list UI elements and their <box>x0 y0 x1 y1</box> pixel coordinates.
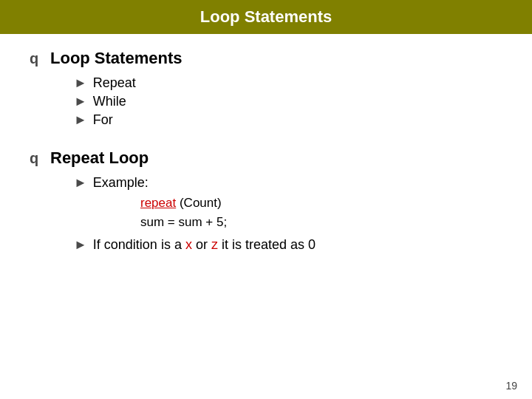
code-line-2: sum = sum + 5; <box>140 213 502 232</box>
code-line-1: repeat (Count) <box>140 194 502 213</box>
code-block: repeat (Count) sum = sum + 5; <box>74 194 502 231</box>
section-repeat-loop: q Repeat Loop ► Example: repeat (Count) … <box>30 149 502 253</box>
item-while: While <box>93 94 126 109</box>
sub-items-1: ► Repeat ► While ► For <box>30 75 502 128</box>
keyword-z: z <box>211 237 218 252</box>
section-loop-statements: q Loop Statements ► Repeat ► While ► For <box>30 49 502 128</box>
if-condition-text: If condition is a x or z it is treated a… <box>93 237 316 253</box>
code-suffix-1: (Count) <box>180 196 222 210</box>
slide-title: Loop Statements <box>15 7 517 27</box>
section-title-1: Loop Statements <box>50 49 182 68</box>
arrow-icon-2: ► <box>74 94 87 109</box>
content-area: q Loop Statements ► Repeat ► While ► For <box>0 34 532 288</box>
list-item: ► Repeat <box>74 75 502 91</box>
section-heading-2: q Repeat Loop <box>30 149 502 168</box>
arrow-icon-1: ► <box>74 75 87 91</box>
title-bar: Loop Statements <box>0 0 532 34</box>
arrow-icon-5: ► <box>74 237 87 253</box>
list-item: ► Example: <box>74 175 502 191</box>
item-repeat: Repeat <box>93 75 136 91</box>
slide: Loop Statements q Loop Statements ► Repe… <box>0 0 532 399</box>
arrow-icon-4: ► <box>74 175 87 191</box>
list-item: ► For <box>74 112 502 128</box>
code-sum: sum = sum + 5; <box>140 215 227 229</box>
section-title-2: Repeat Loop <box>50 149 149 168</box>
bullet-q-1: q <box>30 50 44 67</box>
list-item: ► If condition is a x or z it is treated… <box>74 237 502 253</box>
item-for: For <box>93 112 113 128</box>
page-number: 19 <box>505 380 517 392</box>
list-item: ► While <box>74 94 502 109</box>
sub-items-2: ► Example: repeat (Count) sum = sum + 5;… <box>30 175 502 253</box>
section-heading-1: q Loop Statements <box>30 49 502 68</box>
arrow-icon-3: ► <box>74 112 87 128</box>
keyword-x: x <box>185 237 192 252</box>
keyword-repeat: repeat <box>140 196 176 210</box>
example-label: Example: <box>93 175 149 191</box>
bullet-q-2: q <box>30 150 44 167</box>
